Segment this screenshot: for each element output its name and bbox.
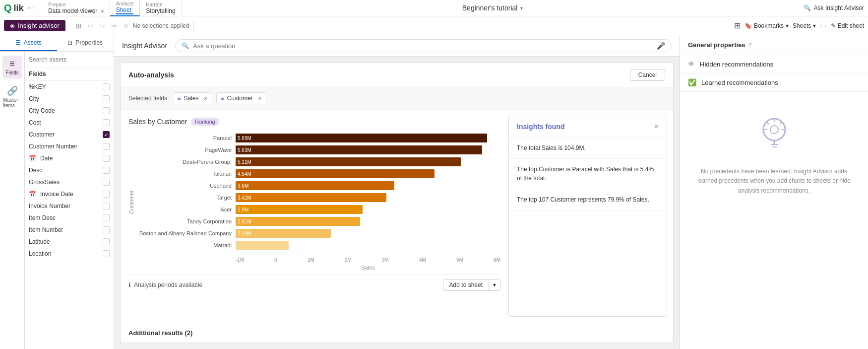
search-assets[interactable] xyxy=(25,52,114,68)
field-item-location[interactable]: Location xyxy=(25,248,114,260)
field-checkbox[interactable] xyxy=(103,119,110,126)
right-panel-item-learned[interactable]: ✅ Learned recommendations xyxy=(680,73,868,92)
edit-sheet-button[interactable]: ✎ Edit sheet xyxy=(831,22,864,29)
field-item-customer-number[interactable]: Customer Number xyxy=(25,140,114,152)
add-to-sheet-dropdown-arrow[interactable]: ▾ xyxy=(489,279,500,290)
axis-labels: -1M 0 1M 2M 3M 4M 5M 6M xyxy=(136,257,500,263)
next-sheet-button[interactable]: › xyxy=(824,22,827,30)
prev-sheet-button[interactable]: ‹ xyxy=(820,22,822,30)
field-item-grosssales[interactable]: GrossSales xyxy=(25,176,114,188)
field-name: City xyxy=(29,95,99,102)
toolbar: ◈ Insight advisor ⊞ ↩ ↪ ⇒ ✕ No selection… xyxy=(0,16,868,35)
right-panel-item-hidden[interactable]: 👁 Hidden recommendations xyxy=(680,55,868,73)
field-checkbox[interactable] xyxy=(103,143,110,150)
forward-button[interactable]: ⇒ xyxy=(109,21,119,31)
field-item-%key[interactable]: %KEY xyxy=(25,81,114,93)
clear-button[interactable]: ✕ xyxy=(121,21,131,31)
axis-line xyxy=(236,253,500,253)
hidden-label: Hidden recommendations xyxy=(700,61,773,68)
field-item-city[interactable]: City xyxy=(25,93,114,105)
bookmark-icon: 🔖 xyxy=(744,22,752,29)
field-item-invoice-number[interactable]: Invoice Number xyxy=(25,200,114,212)
field-item-desc[interactable]: Desc xyxy=(25,164,114,176)
add-to-sheet-button[interactable]: Add to sheet ▾ xyxy=(443,279,500,291)
field-checkbox[interactable] xyxy=(103,83,110,90)
ask-question-input[interactable] xyxy=(193,42,653,50)
chart-with-ylabel: Customer Paracel 5.69M PageWave 5.63M De… xyxy=(128,134,500,271)
properties-tab[interactable]: ⊟ Properties xyxy=(57,35,114,51)
field-checkbox[interactable]: ✓ xyxy=(103,131,110,138)
bar-fill: 4.54M xyxy=(236,169,434,178)
redo-button[interactable]: ↪ xyxy=(97,21,107,31)
field-checkbox[interactable] xyxy=(103,167,110,174)
field-checkbox[interactable] xyxy=(103,214,110,221)
cancel-button[interactable]: Cancel xyxy=(630,69,665,81)
field-item-date[interactable]: 📅 Date xyxy=(25,152,114,164)
auto-analysis-title: Auto-analysis xyxy=(128,71,174,79)
search-assets-input[interactable] xyxy=(29,56,110,63)
field-item-cost[interactable]: Cost xyxy=(25,117,114,129)
bar-row: Paracel 5.69M xyxy=(136,134,500,142)
bookmarks-arrow: ▾ xyxy=(786,22,789,29)
field-item-customer[interactable]: Customer ✓ xyxy=(25,129,114,140)
add-to-sheet-label[interactable]: Add to sheet xyxy=(443,279,489,290)
customer-chip-label: Customer xyxy=(227,95,253,102)
fields-icon[interactable]: ≡ Fields xyxy=(2,56,22,78)
field-checkbox[interactable] xyxy=(103,191,110,198)
selection-back-button[interactable]: ⊞ xyxy=(73,21,83,31)
field-checkbox[interactable] xyxy=(103,155,110,162)
bar-fill: 5.69M xyxy=(236,134,487,142)
chart-title-row: Sales by Customer Ranking xyxy=(128,118,500,126)
field-checkbox[interactable] xyxy=(103,203,110,209)
field-checkbox[interactable] xyxy=(103,179,110,186)
svg-point-9 xyxy=(770,126,778,134)
prepare-label: Prepare xyxy=(48,2,104,7)
bar-container: 3.42M xyxy=(236,193,500,202)
bar-label: Boston and Albany Railroad Company xyxy=(136,230,236,236)
insight-item: The total Sales is 104.9M. xyxy=(509,138,667,159)
field-item-item-number[interactable]: Item Number xyxy=(25,224,114,236)
insights-close-button[interactable]: × xyxy=(654,122,659,131)
undo-button[interactable]: ↩ xyxy=(85,21,95,31)
bar-label: Acer xyxy=(136,207,236,212)
field-item-latitude[interactable]: Latitude xyxy=(25,236,114,248)
x-axis-label: Sales xyxy=(136,265,500,271)
grid-icon: ⊞ xyxy=(734,21,741,30)
field-checkbox[interactable] xyxy=(103,250,110,257)
field-checkbox[interactable] xyxy=(103,95,110,102)
help-icon[interactable]: ? xyxy=(748,42,752,49)
bar-container: 5.69M xyxy=(236,134,500,142)
field-name: Desc xyxy=(29,167,99,174)
mic-icon[interactable]: 🎤 xyxy=(657,42,665,50)
bookmarks-button[interactable]: 🔖 Bookmarks ▾ xyxy=(744,22,789,29)
field-item-invoice-date[interactable]: 📅 Invoice Date xyxy=(25,188,114,200)
customer-chip-close[interactable]: × xyxy=(258,94,262,102)
assets-tab[interactable]: ☰ Assets xyxy=(0,35,57,51)
bar-label: Userland xyxy=(136,183,236,189)
bar-value: 4.54M xyxy=(236,171,251,177)
field-item-item-desc[interactable]: Item Desc xyxy=(25,212,114,224)
insight-search[interactable]: 🔍 🎤 xyxy=(175,39,672,52)
field-checkbox[interactable] xyxy=(103,226,110,233)
top-nav: Q lik ··· Prepare Data model viewer ▾ An… xyxy=(0,0,868,16)
insight-advisor-button[interactable]: ◈ Insight advisor xyxy=(4,20,65,31)
sales-chip-close[interactable]: × xyxy=(203,94,207,102)
left-panel: ☰ Assets ⊟ Properties ≡ Fields 🔗 Master … xyxy=(0,35,114,349)
insight-item: The top Customer is Paracel with Sales t… xyxy=(509,159,667,189)
center-dropdown-arrow[interactable]: ▾ xyxy=(520,5,523,11)
sheets-button[interactable]: Sheets ▾ xyxy=(793,22,816,29)
master-items-icon[interactable]: 🔗 Master items xyxy=(0,82,24,111)
bar-fill: 2.9M xyxy=(236,205,363,214)
field-checkbox[interactable] xyxy=(103,238,110,245)
bar-container: 5.11M xyxy=(236,157,500,166)
field-checkbox[interactable] xyxy=(103,107,110,114)
prepare-section[interactable]: Prepare Data model viewer ▾ xyxy=(42,0,110,16)
bar-container: 3.6M xyxy=(236,181,500,190)
more-options-button[interactable]: ··· xyxy=(28,3,34,12)
toolbar-icons: ⊞ ↩ ↪ ⇒ ✕ No selections applied xyxy=(69,21,194,31)
analyze-section[interactable]: Analyze Sheet xyxy=(110,0,140,16)
field-item-city-code[interactable]: City Code xyxy=(25,105,114,117)
narrate-section[interactable]: Narrate Storytelling xyxy=(140,0,182,16)
ask-advisor-button[interactable]: 🔍 Ask Insight Advisor xyxy=(804,4,864,11)
bar-chart-area: Paracel 5.69M PageWave 5.63M Deak-Perera… xyxy=(136,134,500,271)
